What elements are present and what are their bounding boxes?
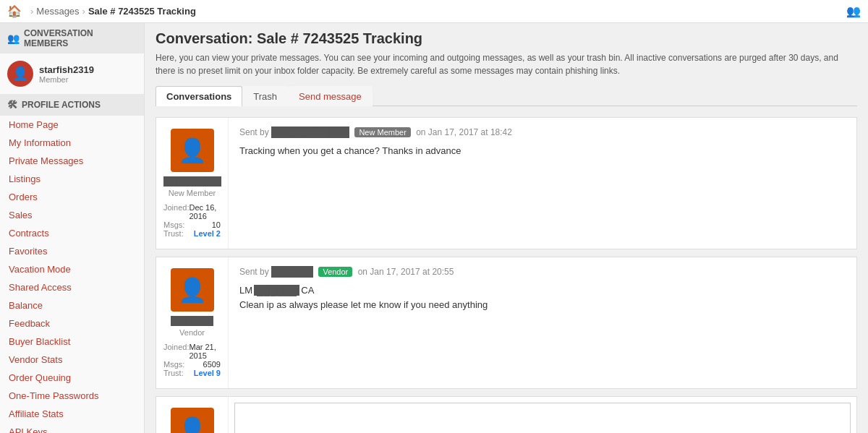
sidebar-item-balance[interactable]: Balance [0, 296, 144, 314]
tab-conversations[interactable]: Conversations [156, 86, 242, 106]
avatar-person-icon-2: 👤 [178, 276, 207, 304]
reply-body: Quick reply Delete Leave conversation In… [229, 397, 856, 433]
sidebar-item-listings[interactable]: Listings [0, 170, 144, 188]
sender-name-redacted-1: ████████ [271, 127, 349, 138]
message-body-col-2: Sent by ████ Vendor on Jan 17, 2017 at 2… [229, 257, 856, 388]
sidebar-item-my-information[interactable]: My Information [0, 134, 144, 152]
members-icon: 👥 [7, 33, 20, 44]
reply-avatar-col: 👤 [156, 397, 229, 433]
sidebar-item-feedback[interactable]: Feedback [0, 314, 144, 333]
layout: 👥 CONVERSATION MEMBERS 👤 starfish2319 Me… [0, 23, 868, 433]
reply-textarea[interactable] [234, 403, 851, 433]
avatar-2: 👤 [171, 268, 214, 312]
profile-icon: 🛠 [7, 99, 17, 111]
sidebar-username: starfish2319 [39, 64, 94, 75]
message-text-1: Tracking when you get a chance? Thanks i… [239, 144, 846, 158]
sidebar-item-contracts[interactable]: Contracts [0, 224, 144, 242]
sidebar-item-orders[interactable]: Orders [0, 188, 144, 206]
avatar-stats-1: Joined: Dec 16, 2016 Msgs: 10 Trust: Lev… [163, 203, 221, 238]
nav-right: 👥 [846, 4, 861, 18]
redacted-2: ██████ [254, 285, 299, 296]
reply-avatar: 👤 [171, 408, 214, 433]
home-icon[interactable]: 🏠 [7, 4, 22, 18]
badge-new-member-1: New Member [354, 127, 410, 137]
username-bar-2: ████ [171, 316, 213, 326]
sidebar-item-home-page[interactable]: Home Page [0, 116, 144, 134]
page-title: Conversation: Sale # 7243525 Tracking [156, 30, 857, 47]
sidebar-user-info: 👤 starfish2319 Member [0, 53, 144, 94]
sender-name-redacted-2: ████ [271, 266, 313, 278]
message-text-2: LM██████CA Clean ip as always please let… [239, 283, 846, 312]
avatar-icon: 👤 [12, 66, 28, 82]
sidebar: 👥 CONVERSATION MEMBERS 👤 starfish2319 Me… [0, 23, 145, 433]
conversation-members-header: 👥 CONVERSATION MEMBERS [0, 23, 144, 53]
role-2: Vendor [179, 328, 205, 337]
tabs: Conversations Trash Send message [156, 86, 857, 106]
badge-vendor-2: Vendor [318, 267, 352, 277]
avatar-person-icon-1: 👤 [178, 137, 207, 164]
message-card-2: 👤 ████ Vendor Joined: Mar 21, 2015 Msgs:… [156, 257, 857, 389]
message-avatar-col-1: 👤 ████████ New Member Joined: Dec 16, 20… [156, 118, 229, 249]
main-content: Conversation: Sale # 7243525 Tracking He… [145, 23, 868, 433]
message-avatar-col-2: 👤 ████ Vendor Joined: Mar 21, 2015 Msgs:… [156, 257, 229, 388]
network-icon[interactable]: 👥 [846, 5, 861, 17]
reply-card: 👤 Quick reply Delete Leave conversation … [156, 396, 857, 433]
sidebar-item-private-messages[interactable]: Private Messages [0, 152, 144, 170]
message-body-col-1: Sent by ████████ New Member on Jan 17, 2… [229, 118, 856, 249]
sidebar-item-one-time-passwords[interactable]: One-Time Passwords [0, 387, 144, 405]
sidebar-item-buyer-blacklist[interactable]: Buyer Blacklist [0, 333, 144, 351]
profile-actions-header: 🛠 PROFILE ACTIONS [0, 94, 144, 116]
avatar-1: 👤 [171, 129, 214, 172]
message-meta-1: Sent by ████████ New Member on Jan 17, 2… [239, 127, 846, 138]
avatar-stats-2: Joined: Mar 21, 2015 Msgs: 6509 Trust: L… [163, 343, 221, 377]
sidebar-item-affiliate-stats[interactable]: Affiliate Stats [0, 405, 144, 423]
breadcrumb-current: Sale # 7243525 Tracking [88, 6, 196, 17]
tab-send-message[interactable]: Send message [288, 86, 373, 106]
username-bar-1: ████████ [163, 176, 221, 187]
sidebar-avatar: 👤 [7, 61, 33, 87]
info-text: Here, you can view your private messages… [156, 51, 857, 77]
sidebar-item-vendor-stats[interactable]: Vendor Stats [0, 351, 144, 369]
sidebar-item-favorites[interactable]: Favorites [0, 242, 144, 260]
sidebar-item-sales[interactable]: Sales [0, 206, 144, 224]
top-nav: 🏠 › Messages › Sale # 7243525 Tracking 👥 [0, 0, 868, 23]
sidebar-item-shared-access[interactable]: Shared Access [0, 278, 144, 296]
sidebar-item-order-queuing[interactable]: Order Queuing [0, 369, 144, 387]
sidebar-role: Member [39, 75, 94, 84]
role-1: New Member [169, 189, 216, 197]
breadcrumb-messages[interactable]: Messages [36, 6, 79, 17]
message-meta-2: Sent by ████ Vendor on Jan 17, 2017 at 2… [239, 266, 846, 278]
reply-avatar-icon: 👤 [178, 416, 207, 433]
tab-trash[interactable]: Trash [242, 86, 288, 106]
sidebar-item-vacation-mode[interactable]: Vacation Mode [0, 260, 144, 278]
sidebar-item-api-keys[interactable]: API Keys [0, 423, 144, 433]
message-card-1: 👤 ████████ New Member Joined: Dec 16, 20… [156, 117, 857, 249]
